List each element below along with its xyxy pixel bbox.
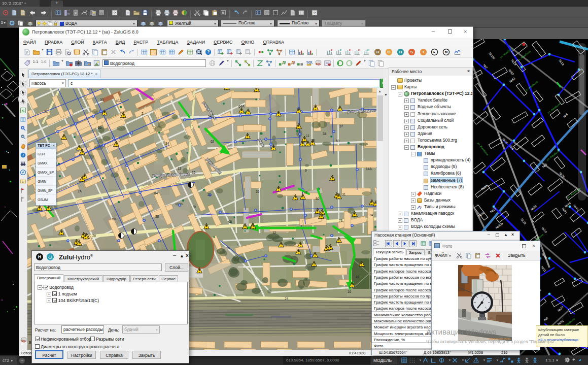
svg-text:31: 31 xyxy=(342,192,346,196)
svg-text:49: 49 xyxy=(356,275,360,279)
svg-text:14А: 14А xyxy=(366,167,372,171)
svg-text:H: H xyxy=(399,50,402,54)
svg-text:?: ? xyxy=(206,49,209,54)
svg-text:D: D xyxy=(376,50,379,54)
svg-text:20: 20 xyxy=(92,234,96,238)
svg-text:?: ? xyxy=(113,11,116,15)
svg-text:S: S xyxy=(22,109,24,113)
svg-text:60: 60 xyxy=(112,217,116,221)
svg-text:SQL: SQL xyxy=(316,62,321,65)
svg-text:2А: 2А xyxy=(78,189,82,193)
svg-text:24: 24 xyxy=(369,213,373,217)
svg-text:54: 54 xyxy=(208,114,212,118)
svg-text:ДБ: ДБ xyxy=(291,60,295,64)
svg-text:ДБ: ДБ xyxy=(282,60,286,64)
svg-text:37: 37 xyxy=(339,124,343,128)
svg-text:47: 47 xyxy=(304,191,308,194)
svg-text:7: 7 xyxy=(237,242,239,246)
svg-text:28: 28 xyxy=(311,139,315,142)
svg-text:M: M xyxy=(444,50,447,54)
svg-text:1:: 1: xyxy=(22,181,24,183)
svg-text:34: 34 xyxy=(165,142,169,145)
svg-text:40А: 40А xyxy=(116,99,122,103)
svg-text:?: ? xyxy=(313,11,316,15)
svg-text:58: 58 xyxy=(336,139,340,143)
svg-text:25: 25 xyxy=(256,190,260,193)
svg-text:62: 62 xyxy=(211,140,215,143)
svg-text:26: 26 xyxy=(207,193,212,196)
svg-text:SQL: SQL xyxy=(306,60,313,64)
svg-text:30: 30 xyxy=(100,98,104,102)
svg-text:66: 66 xyxy=(228,220,232,223)
svg-text:9: 9 xyxy=(305,169,307,172)
svg-text:3: 3 xyxy=(297,249,299,253)
svg-text:T: T xyxy=(422,50,425,54)
svg-text:73: 73 xyxy=(339,219,343,222)
svg-text:23: 23 xyxy=(285,297,289,301)
svg-text:84: 84 xyxy=(154,191,158,195)
svg-text:38: 38 xyxy=(155,215,159,218)
svg-text:S: S xyxy=(410,50,413,54)
svg-text:56: 56 xyxy=(226,246,230,250)
svg-text:G: G xyxy=(388,50,391,54)
svg-text:64А: 64А xyxy=(238,105,245,108)
svg-text:13: 13 xyxy=(178,167,182,170)
svg-text:15: 15 xyxy=(192,171,196,174)
svg-text:SQL: SQL xyxy=(21,340,26,343)
svg-text:21: 21 xyxy=(44,110,48,113)
svg-text:12: 12 xyxy=(272,231,276,235)
svg-text:80: 80 xyxy=(316,197,320,201)
svg-text:11: 11 xyxy=(306,134,309,138)
svg-text:16: 16 xyxy=(348,290,352,293)
svg-text:83: 83 xyxy=(98,126,102,129)
svg-text:►: ► xyxy=(433,50,436,54)
svg-text:2: 2 xyxy=(142,112,144,115)
svg-text:70: 70 xyxy=(192,205,196,209)
svg-text:35: 35 xyxy=(323,132,327,136)
